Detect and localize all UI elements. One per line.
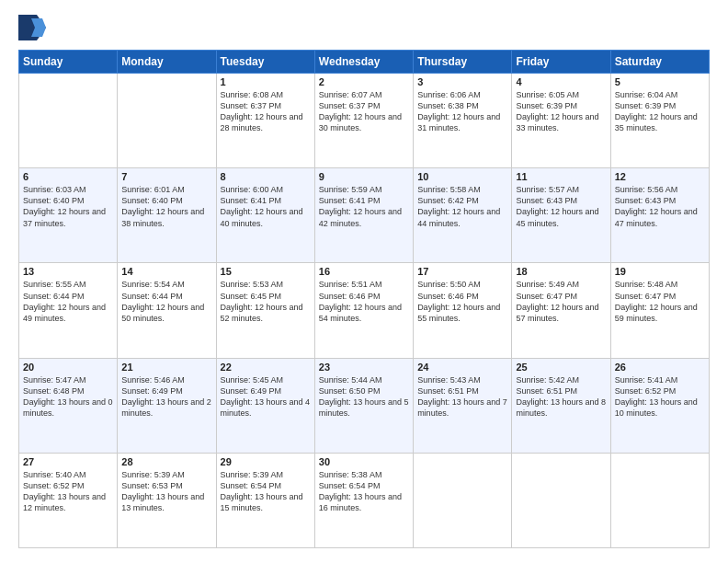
calendar-day-cell: 13Sunrise: 5:55 AMSunset: 6:44 PMDayligh… bbox=[19, 263, 118, 358]
day-number: 13 bbox=[23, 266, 113, 277]
day-number: 18 bbox=[516, 266, 606, 277]
day-info: Sunrise: 5:59 AMSunset: 6:41 PMDaylight:… bbox=[319, 184, 409, 229]
weekday-header: Thursday bbox=[414, 51, 512, 74]
calendar-day-cell: 19Sunrise: 5:48 AMSunset: 6:47 PMDayligh… bbox=[610, 263, 709, 358]
day-number: 22 bbox=[221, 362, 311, 373]
weekday-header: Monday bbox=[118, 51, 216, 74]
calendar-day-cell bbox=[610, 453, 709, 547]
calendar-week-row: 1Sunrise: 6:08 AMSunset: 6:37 PMDaylight… bbox=[19, 74, 710, 168]
calendar-day-cell: 14Sunrise: 5:54 AMSunset: 6:44 PMDayligh… bbox=[118, 263, 216, 358]
day-info: Sunrise: 5:47 AMSunset: 6:48 PMDaylight:… bbox=[23, 374, 113, 419]
calendar-day-cell: 7Sunrise: 6:01 AMSunset: 6:40 PMDaylight… bbox=[118, 168, 216, 263]
calendar-day-cell: 25Sunrise: 5:42 AMSunset: 6:51 PMDayligh… bbox=[512, 358, 610, 453]
calendar-day-cell bbox=[414, 453, 512, 547]
calendar-day-cell: 29Sunrise: 5:39 AMSunset: 6:54 PMDayligh… bbox=[216, 453, 314, 547]
weekday-header: Wednesday bbox=[314, 51, 413, 74]
day-number: 9 bbox=[319, 171, 409, 182]
day-number: 8 bbox=[221, 171, 311, 182]
day-number: 16 bbox=[319, 266, 409, 277]
day-info: Sunrise: 5:54 AMSunset: 6:44 PMDaylight:… bbox=[121, 279, 211, 324]
calendar-week-row: 20Sunrise: 5:47 AMSunset: 6:48 PMDayligh… bbox=[19, 358, 710, 453]
calendar-day-cell: 8Sunrise: 6:00 AMSunset: 6:41 PMDaylight… bbox=[216, 168, 314, 263]
calendar-day-cell: 1Sunrise: 6:08 AMSunset: 6:37 PMDaylight… bbox=[216, 74, 314, 168]
day-number: 3 bbox=[417, 76, 507, 87]
day-info: Sunrise: 5:40 AMSunset: 6:52 PMDaylight:… bbox=[23, 469, 113, 514]
weekday-header: Saturday bbox=[610, 51, 709, 74]
day-number: 4 bbox=[516, 76, 606, 87]
calendar-day-cell: 5Sunrise: 6:04 AMSunset: 6:39 PMDaylight… bbox=[610, 74, 709, 168]
calendar-day-cell bbox=[118, 74, 216, 168]
calendar-day-cell: 11Sunrise: 5:57 AMSunset: 6:43 PMDayligh… bbox=[512, 168, 610, 263]
calendar-day-cell: 21Sunrise: 5:46 AMSunset: 6:49 PMDayligh… bbox=[118, 358, 216, 453]
calendar-day-cell: 24Sunrise: 5:43 AMSunset: 6:51 PMDayligh… bbox=[414, 358, 512, 453]
calendar-day-cell: 10Sunrise: 5:58 AMSunset: 6:42 PMDayligh… bbox=[414, 168, 512, 263]
calendar-day-cell: 17Sunrise: 5:50 AMSunset: 6:46 PMDayligh… bbox=[414, 263, 512, 358]
day-number: 1 bbox=[221, 76, 311, 87]
day-number: 6 bbox=[23, 171, 113, 182]
logo bbox=[18, 15, 50, 40]
day-number: 2 bbox=[319, 76, 409, 87]
calendar-week-row: 6Sunrise: 6:03 AMSunset: 6:40 PMDaylight… bbox=[19, 168, 710, 263]
day-info: Sunrise: 6:00 AMSunset: 6:41 PMDaylight:… bbox=[221, 184, 311, 229]
day-info: Sunrise: 6:05 AMSunset: 6:39 PMDaylight:… bbox=[516, 89, 606, 134]
day-number: 5 bbox=[615, 76, 705, 87]
calendar-day-cell: 30Sunrise: 5:38 AMSunset: 6:54 PMDayligh… bbox=[314, 453, 413, 547]
calendar-day-cell: 6Sunrise: 6:03 AMSunset: 6:40 PMDaylight… bbox=[19, 168, 118, 263]
day-number: 15 bbox=[221, 266, 311, 277]
day-info: Sunrise: 6:08 AMSunset: 6:37 PMDaylight:… bbox=[221, 89, 311, 134]
day-number: 25 bbox=[516, 362, 606, 373]
day-number: 23 bbox=[319, 362, 409, 373]
day-number: 17 bbox=[417, 266, 507, 277]
calendar-day-cell: 22Sunrise: 5:45 AMSunset: 6:49 PMDayligh… bbox=[216, 358, 314, 453]
calendar-table: SundayMondayTuesdayWednesdayThursdayFrid… bbox=[18, 50, 710, 548]
day-info: Sunrise: 5:45 AMSunset: 6:49 PMDaylight:… bbox=[221, 374, 311, 419]
day-number: 19 bbox=[615, 266, 705, 277]
day-info: Sunrise: 6:04 AMSunset: 6:39 PMDaylight:… bbox=[615, 89, 705, 134]
day-info: Sunrise: 5:41 AMSunset: 6:52 PMDaylight:… bbox=[615, 374, 705, 419]
day-info: Sunrise: 5:51 AMSunset: 6:46 PMDaylight:… bbox=[319, 279, 409, 324]
day-info: Sunrise: 5:44 AMSunset: 6:50 PMDaylight:… bbox=[319, 374, 409, 419]
day-number: 30 bbox=[319, 456, 409, 467]
day-info: Sunrise: 5:43 AMSunset: 6:51 PMDaylight:… bbox=[417, 374, 507, 419]
calendar-day-cell: 28Sunrise: 5:39 AMSunset: 6:53 PMDayligh… bbox=[118, 453, 216, 547]
day-info: Sunrise: 5:46 AMSunset: 6:49 PMDaylight:… bbox=[121, 374, 211, 419]
day-number: 12 bbox=[615, 171, 705, 182]
calendar-day-cell bbox=[512, 453, 610, 547]
weekday-header: Friday bbox=[512, 51, 610, 74]
day-number: 10 bbox=[417, 171, 507, 182]
day-number: 14 bbox=[121, 266, 211, 277]
calendar-day-cell: 27Sunrise: 5:40 AMSunset: 6:52 PMDayligh… bbox=[19, 453, 118, 547]
day-number: 27 bbox=[23, 456, 113, 467]
calendar-day-cell: 26Sunrise: 5:41 AMSunset: 6:52 PMDayligh… bbox=[610, 358, 709, 453]
calendar-day-cell: 18Sunrise: 5:49 AMSunset: 6:47 PMDayligh… bbox=[512, 263, 610, 358]
day-info: Sunrise: 5:42 AMSunset: 6:51 PMDaylight:… bbox=[516, 374, 606, 419]
day-info: Sunrise: 6:06 AMSunset: 6:38 PMDaylight:… bbox=[417, 89, 507, 134]
calendar-day-cell bbox=[19, 74, 118, 168]
calendar-day-cell: 16Sunrise: 5:51 AMSunset: 6:46 PMDayligh… bbox=[314, 263, 413, 358]
day-number: 20 bbox=[23, 362, 113, 373]
day-info: Sunrise: 5:56 AMSunset: 6:43 PMDaylight:… bbox=[615, 184, 705, 229]
day-info: Sunrise: 6:01 AMSunset: 6:40 PMDaylight:… bbox=[121, 184, 211, 229]
page: SundayMondayTuesdayWednesdayThursdayFrid… bbox=[0, 0, 728, 563]
calendar-day-cell: 2Sunrise: 6:07 AMSunset: 6:37 PMDaylight… bbox=[314, 74, 413, 168]
day-info: Sunrise: 5:49 AMSunset: 6:47 PMDaylight:… bbox=[516, 279, 606, 324]
day-info: Sunrise: 5:58 AMSunset: 6:42 PMDaylight:… bbox=[417, 184, 507, 229]
calendar-day-cell: 9Sunrise: 5:59 AMSunset: 6:41 PMDaylight… bbox=[314, 168, 413, 263]
day-number: 26 bbox=[615, 362, 705, 373]
weekday-header: Sunday bbox=[19, 51, 118, 74]
day-number: 11 bbox=[516, 171, 606, 182]
day-info: Sunrise: 5:55 AMSunset: 6:44 PMDaylight:… bbox=[23, 279, 113, 324]
calendar-day-cell: 23Sunrise: 5:44 AMSunset: 6:50 PMDayligh… bbox=[314, 358, 413, 453]
day-info: Sunrise: 5:39 AMSunset: 6:54 PMDaylight:… bbox=[221, 469, 311, 514]
day-number: 29 bbox=[221, 456, 311, 467]
day-info: Sunrise: 5:39 AMSunset: 6:53 PMDaylight:… bbox=[121, 469, 211, 514]
day-number: 21 bbox=[121, 362, 211, 373]
day-info: Sunrise: 5:53 AMSunset: 6:45 PMDaylight:… bbox=[221, 279, 311, 324]
calendar-header-row: SundayMondayTuesdayWednesdayThursdayFrid… bbox=[19, 51, 710, 74]
day-info: Sunrise: 5:50 AMSunset: 6:46 PMDaylight:… bbox=[417, 279, 507, 324]
calendar-day-cell: 4Sunrise: 6:05 AMSunset: 6:39 PMDaylight… bbox=[512, 74, 610, 168]
day-number: 28 bbox=[121, 456, 211, 467]
calendar-day-cell: 12Sunrise: 5:56 AMSunset: 6:43 PMDayligh… bbox=[610, 168, 709, 263]
calendar-day-cell: 20Sunrise: 5:47 AMSunset: 6:48 PMDayligh… bbox=[19, 358, 118, 453]
day-info: Sunrise: 5:57 AMSunset: 6:43 PMDaylight:… bbox=[516, 184, 606, 229]
